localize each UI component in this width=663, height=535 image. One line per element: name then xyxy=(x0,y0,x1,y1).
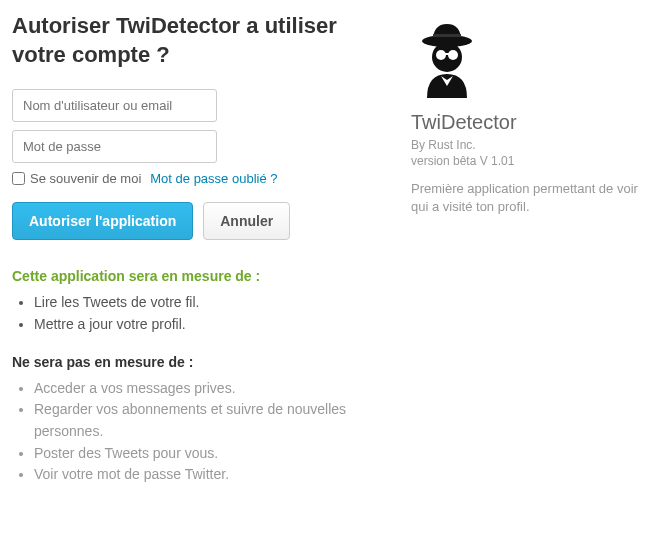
svg-rect-1 xyxy=(433,34,461,37)
svg-point-4 xyxy=(448,50,458,60)
svg-point-3 xyxy=(436,50,446,60)
username-input[interactable] xyxy=(12,89,217,122)
list-item: Voir votre mot de passe Twitter. xyxy=(34,464,381,486)
list-item: Acceder a vos messages prives. xyxy=(34,378,381,400)
list-item: Regarder vos abonnements et suivre de no… xyxy=(34,399,381,442)
app-name: TwiDetector xyxy=(411,111,651,134)
can-do-title: Cette application sera en mesure de : xyxy=(12,268,381,284)
password-input[interactable] xyxy=(12,130,217,163)
page-title: Autoriser TwiDetector a utiliser votre c… xyxy=(12,12,381,69)
can-do-list: Lire les Tweets de votre fil. Mettre a j… xyxy=(12,292,381,335)
list-item: Poster des Tweets pour vous. xyxy=(34,443,381,465)
list-item: Lire les Tweets de votre fil. xyxy=(34,292,381,314)
app-logo-icon xyxy=(411,20,651,101)
svg-rect-5 xyxy=(445,53,449,55)
list-item: Mettre a jour votre profil. xyxy=(34,314,381,336)
remember-checkbox[interactable] xyxy=(12,172,25,185)
app-version: version bêta V 1.01 xyxy=(411,154,651,168)
app-description: Première application permettant de voir … xyxy=(411,180,651,216)
cancel-button[interactable]: Annuler xyxy=(203,202,290,240)
cannot-do-list: Acceder a vos messages prives. Regarder … xyxy=(12,378,381,486)
remember-label: Se souvenir de moi xyxy=(30,171,141,186)
cannot-do-title: Ne sera pas en mesure de : xyxy=(12,354,381,370)
forgot-password-link[interactable]: Mot de passe oublié ? xyxy=(150,171,277,186)
app-author: By Rust Inc. xyxy=(411,138,651,152)
authorize-button[interactable]: Autoriser l'application xyxy=(12,202,193,240)
